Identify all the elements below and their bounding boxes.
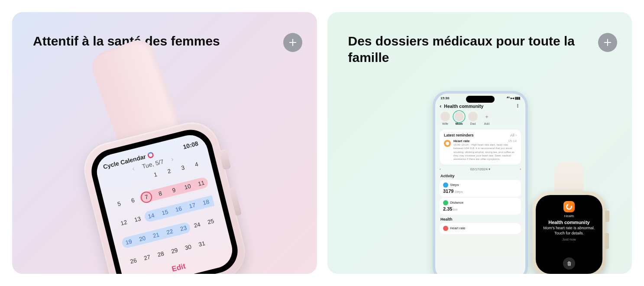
plus-icon [288, 38, 297, 47]
watch-illustration: Cycle Calendar 10:08 ‹ Tue, 5/7 › 1 2 [78, 117, 251, 274]
metric-steps: Steps 3179Steps [440, 180, 521, 197]
chevron-right-icon: › [170, 155, 175, 163]
phone-notch [466, 96, 495, 103]
health-app-icon [563, 201, 575, 212]
avatar-item: Wife [440, 112, 450, 125]
phone-mockup: 15:30 ⁴ᴳ ▸◂ ▮▮▮ ‹ Health community ⠇ Wif… [433, 91, 528, 274]
status-icons: ⁴ᴳ ▸◂ ▮▮▮ [507, 96, 520, 100]
watch-crown [605, 211, 609, 222]
watch-app-name: Health [564, 214, 574, 218]
delete-button [563, 257, 575, 270]
section-activity: Activity [435, 172, 525, 179]
expand-button[interactable] [598, 33, 617, 52]
app-header-title: Health community [444, 104, 483, 109]
card-womens-health: Attentif à la santé des femmes Cycle Cal… [12, 12, 317, 274]
metric-distance: Distance 2.35km [440, 198, 521, 214]
section-health: Health [435, 215, 525, 222]
chevron-left-icon: ‹ [440, 167, 441, 171]
menu-icon: ⠇ [517, 104, 521, 109]
metric-heartrate: Heart rate [440, 223, 521, 234]
notification-time: Just now [562, 237, 576, 241]
heart-icon [443, 226, 448, 231]
chevron-right-icon: › [520, 167, 521, 171]
status-time: 15:30 [440, 96, 449, 100]
date-nav: ‹ 02/17/2024 ▾ › [435, 166, 525, 172]
avatar-add: ＋Add [482, 112, 492, 125]
watch-mockup: Health Health community Mom's heart rate… [532, 192, 606, 274]
notification-title: Health community [548, 220, 589, 225]
reminder-body: 15:06–15:14 – High heart rate alert, hea… [453, 143, 517, 161]
cycle-icon [147, 151, 154, 159]
watch-screen: Health Health community Mom's heart rate… [536, 195, 602, 274]
card-title: Des dossiers médicaux pour toute la fami… [348, 33, 580, 65]
chevron-left-icon: ‹ [131, 165, 136, 173]
phone-watch-illustration: 15:30 ⁴ᴳ ▸◂ ▮▮▮ ‹ Health community ⠇ Wif… [433, 65, 606, 274]
watch-side-button [229, 187, 242, 216]
avatar-row: Wife Mom Dad ＋Add [435, 111, 525, 128]
trash-icon [566, 261, 572, 266]
watch-face: Cycle Calendar 10:08 ‹ Tue, 5/7 › 1 2 [93, 131, 236, 274]
avatar-item-selected: Mom [454, 112, 464, 125]
distance-icon [443, 200, 448, 205]
card-family-health: Des dossiers médicaux pour toute la fami… [327, 12, 632, 274]
expand-button[interactable] [283, 33, 302, 52]
bell-icon [444, 140, 451, 147]
plus-icon [603, 38, 612, 47]
watch-crown [219, 149, 231, 170]
back-icon: ‹ [440, 103, 441, 109]
reminders-panel: Latest remindersAll › Heart rate15:14 15… [440, 130, 521, 165]
notification-message: Mom's heart rate is abnormal. Touch for … [541, 226, 597, 236]
avatar-item: Dad [468, 112, 478, 125]
watch-side-button [605, 233, 609, 249]
steps-icon [443, 182, 448, 188]
